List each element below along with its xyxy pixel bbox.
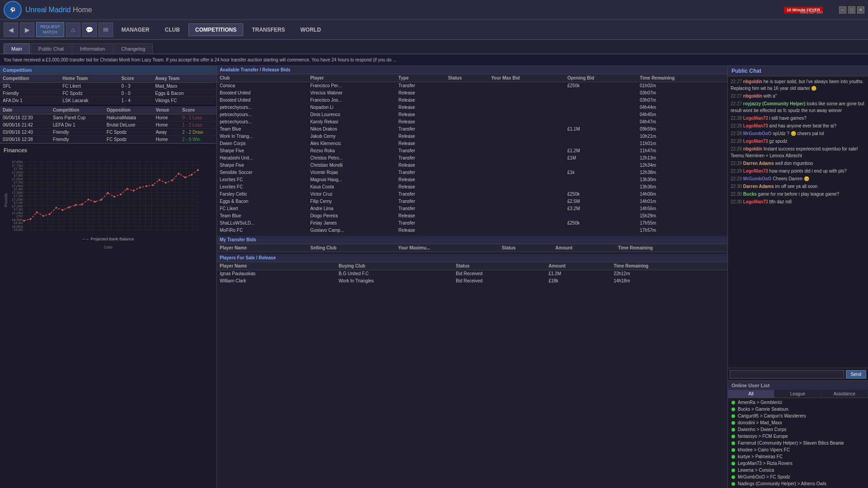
online-user-item[interactable]: Dwienho > Dwien Corps	[728, 426, 868, 433]
online-user-item[interactable]: LegoMan73 > Rizla Rovers	[728, 460, 868, 467]
svg-text:£6.9M: £6.9M	[14, 221, 23, 225]
main-layout: Competition Competition Home Team Score …	[0, 66, 868, 488]
svg-text:£7.85M: £7.85M	[12, 160, 23, 164]
selling-header: Players For Sale / Release	[217, 254, 727, 262]
transfer-bid-row[interactable]: Farsley CelticVictor CruzTransfer£250k14…	[217, 191, 727, 198]
col-opposition: Opposition	[104, 106, 153, 114]
selling-table: Player Name Buying Club Status Amount Ti…	[217, 262, 727, 285]
online-user-item[interactable]: fantassyo > FCM Europe	[728, 433, 868, 440]
transfer-bid-row[interactable]: Boosted UnitedFrancisco Jos...Release03h…	[217, 97, 727, 104]
chat-message: 22:28 LegoMan73 and has anyone ever beat…	[731, 122, 865, 129]
close-button[interactable]: ✕	[857, 6, 864, 14]
online-user-item[interactable]: Nadings (Community Helper) > Athens Owls	[728, 480, 868, 487]
result-row[interactable]: 06/06/16 22:30Sans Parell CupHakunaMatat…	[0, 114, 217, 122]
th-time: Time Remaining	[637, 74, 727, 82]
nav-competitions[interactable]: COMPETITIONS	[189, 23, 243, 36]
online-tab-assistance[interactable]: Assistance	[821, 390, 868, 398]
transfer-bid-row[interactable]: Work In Triang...Jakub CernyRelease10h21…	[217, 133, 727, 140]
svg-point-78	[55, 207, 57, 209]
online-user-item[interactable]: donodini > Mad_Maxx	[728, 419, 868, 426]
mail-icon[interactable]: ✉	[99, 23, 113, 37]
chat-input[interactable]	[730, 370, 844, 379]
th-buying-club: Buying Club	[336, 262, 453, 270]
svg-point-96	[171, 179, 173, 181]
home-icon[interactable]: ⌂	[66, 23, 80, 37]
svg-point-99	[191, 174, 193, 176]
right-panel: Public Chat 22:27 nbgoldin he is super s…	[728, 66, 868, 488]
online-tab-league[interactable]: League	[774, 390, 821, 398]
transfer-bid-row[interactable]: Eggs & BaconFilip CernyTransfer£2.5M14h0…	[217, 198, 727, 205]
result-row[interactable]: 03/06/16 12:40FriendlyFC SpodzAway2 - 2 …	[0, 129, 217, 136]
online-user-item[interactable]: MrGumbOoO > FC Spodz	[728, 474, 868, 480]
svg-text:£7.15M: £7.15M	[12, 205, 23, 208]
forward-button[interactable]: ▶	[20, 23, 34, 37]
svg-point-84	[94, 201, 96, 203]
tab-public-chat[interactable]: Public Chat	[31, 43, 71, 54]
th-player: Player	[307, 74, 396, 82]
online-user-item[interactable]: Lewena > Corsica	[728, 467, 868, 474]
online-user-item[interactable]: AmenRa > Gemblerici	[728, 399, 868, 406]
tab-changelog[interactable]: Changelog	[113, 43, 153, 54]
svg-point-95	[165, 182, 167, 183]
online-user-item[interactable]: Bucks > Gamrie Seatoun.	[728, 406, 868, 413]
transfer-bid-row[interactable]: Lexrites FCKaua CostaRelease13h36m	[217, 183, 727, 191]
transfer-bid-row[interactable]: Sharpe FiveChristian MorelliRelease12h34…	[217, 162, 727, 169]
transfer-bid-row[interactable]: Lexrites FCMagnus Haug...Release13h30m	[217, 176, 727, 183]
svg-point-75	[36, 211, 38, 213]
finance-chart: £7.85M£7.75M£7.7M£7.65M£7.6M£7.55M£7.5M£…	[4, 157, 213, 248]
th-amount: Amount	[553, 244, 616, 252]
tab-main[interactable]: Main	[4, 43, 30, 54]
request-match-button[interactable]: REQUESTMATCH	[36, 22, 64, 37]
selling-row[interactable]: William ClarkWork In TrianglesBid Receiv…	[217, 277, 727, 285]
tab-information[interactable]: Information	[72, 43, 113, 54]
selling-row[interactable]: Ignas PaulauskasB.G United F.CBid Receiv…	[217, 270, 727, 277]
svg-point-73	[23, 220, 25, 222]
nav-manager[interactable]: MANAGER	[115, 23, 156, 36]
transfer-bid-row[interactable]: FC LikertAndre LimaTransfer£3.2M14h56m	[217, 205, 727, 212]
transfer-bid-row[interactable]: Boosted UnitedVinicius WabnerRelease03h0…	[217, 89, 727, 97]
online-user-item[interactable]: Carigun95 > Carigun's Wanderers	[728, 413, 868, 419]
svg-point-98	[184, 177, 186, 178]
transfer-bid-row[interactable]: Team BlueDiogo PereiraRelease15h29m	[217, 212, 727, 220]
online-user-item[interactable]: khodee > Cairo Vipers FC	[728, 446, 868, 453]
transfer-bid-row[interactable]: petrcechyours...Karoly RekasiRelease04h4…	[217, 118, 727, 126]
competition-row[interactable]: AFA Div 1LSK Lacarak1 - 4Vikings FC	[0, 97, 217, 104]
transfer-bid-row[interactable]: Hanabishi Unit...Christos Petro...Transf…	[217, 155, 727, 162]
col-date: Date	[0, 106, 50, 114]
nav-world[interactable]: WORLD	[294, 23, 328, 36]
online-tab-all[interactable]: All	[728, 390, 774, 398]
transfer-bid-row[interactable]: Team BlueNikos DrakosTransfer£1.1M09h59m	[217, 126, 727, 133]
svg-text:Pounds: Pounds	[4, 193, 8, 207]
result-row[interactable]: 06/06/16 21:42LEFA Div 1Brutal DeLuxeHom…	[0, 122, 217, 129]
transfer-bid-row[interactable]: petrcechyours...Nopadon LiRelease04h44m	[217, 104, 727, 111]
online-user-item[interactable]: kurtye > Palmeiras FC	[728, 453, 868, 460]
chat-message: 22:30 Darren Adams im off see ya all soo…	[731, 183, 865, 190]
transfer-bid-row[interactable]: CorsicaFrancisco Per...Transfer£250k01h0…	[217, 82, 727, 89]
transfer-bid-row[interactable]: Sensible SoccerVicente RojasTransfer£1k1…	[217, 169, 727, 176]
col-competition: Competition	[0, 75, 60, 83]
transfer-bid-row[interactable]: ShaLLoWSoLD...Finlay JamesTransfer£250k1…	[217, 220, 727, 227]
nav-transfers[interactable]: TRANSFERS	[245, 23, 292, 36]
chat-icon[interactable]: 💬	[82, 23, 97, 37]
send-button[interactable]: Send	[846, 370, 866, 379]
online-users-list: AmenRa > GemblericiBucks > Gamrie Seatou…	[728, 398, 868, 488]
online-user-item[interactable]: Farnerud (Community Helper) > Slaven Bil…	[728, 440, 868, 446]
transfer-bid-row[interactable]: petrcechyours...Dinis LourencoRelease04h…	[217, 111, 727, 118]
competitions-table-wrapper: Competition Home Team Score Away Team SF…	[0, 75, 217, 104]
back-button[interactable]: ◀	[4, 23, 18, 37]
result-row[interactable]: 03/06/16 12:38FriendlyFC SpodzHome2 - 0 …	[0, 136, 217, 143]
transfer-bid-row[interactable]: MoFiRo FCGustavo Camp...Release17h57m	[217, 227, 727, 234]
svg-text:£6.8M: £6.8M	[14, 228, 23, 231]
nav-club[interactable]: CLUB	[158, 23, 187, 36]
transfer-bid-row[interactable]: Sharpe FiveRezso RokaTransfer£1.2M11h47m	[217, 147, 727, 155]
svg-point-100	[197, 169, 199, 171]
competition-row[interactable]: FriendlyFC Spodz0 - 0Eggs & Bacon	[0, 90, 217, 97]
maximize-button[interactable]: □	[848, 6, 855, 14]
finance-section: Finances £7.85M£7.75M£7.7M£7.65M£7.6M£7.…	[0, 143, 217, 488]
minimize-button[interactable]: ─	[839, 6, 846, 14]
transfer-bid-row[interactable]: Dwien CorpsAles KlemencicRelease11h01m	[217, 140, 727, 147]
competition-row[interactable]: SFLFC Likert0 - 3Mad_Maxx	[0, 83, 217, 90]
online-dot	[731, 455, 735, 459]
datetime: Wed 8th Jun	[800, 10, 823, 14]
svg-text:£7.3M: £7.3M	[14, 194, 23, 197]
